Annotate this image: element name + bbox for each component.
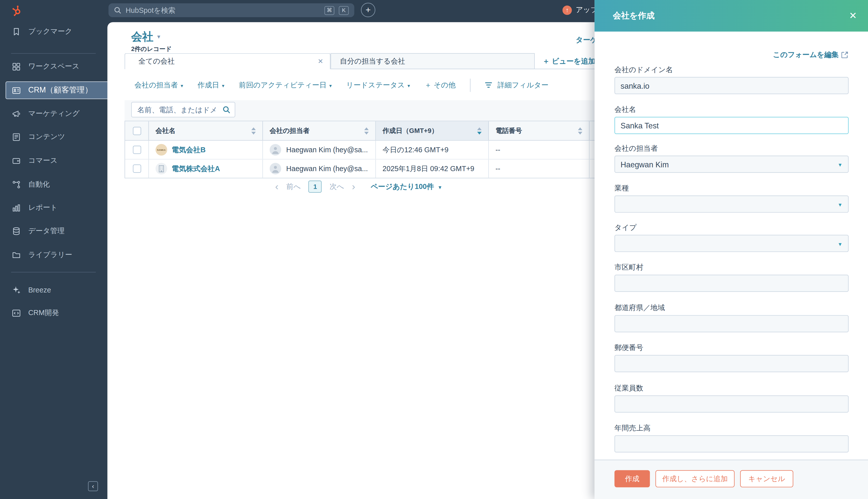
field-company-domain: 会社のドメイン名 bbox=[615, 66, 849, 94]
row-checkbox[interactable] bbox=[133, 146, 141, 154]
shortcut-cmd-badge: ⌘ bbox=[324, 6, 335, 15]
sidebar-item-content[interactable]: コンテンツ bbox=[5, 129, 102, 145]
sidebar-item-commerce[interactable]: コマース bbox=[5, 152, 102, 169]
edit-form-link[interactable]: このフォームを編集 bbox=[773, 50, 848, 60]
chevron-down-icon: ▾ bbox=[329, 83, 332, 89]
filter-divider bbox=[470, 78, 470, 92]
next-page-button[interactable]: 次へ bbox=[330, 182, 344, 192]
annual-revenue-input[interactable] bbox=[615, 435, 849, 452]
select-all-checkbox[interactable] bbox=[133, 126, 141, 135]
prev-page-button[interactable]: 前へ bbox=[286, 182, 301, 192]
page-title[interactable]: 会社 bbox=[131, 29, 153, 45]
table-search-input[interactable] bbox=[136, 105, 219, 114]
next-page-chevron[interactable]: › bbox=[352, 182, 355, 192]
filter-last-activity[interactable]: 前回のアクティビティー日▾ bbox=[239, 81, 332, 90]
sidebar-item-automation[interactable]: 自動化 bbox=[5, 176, 102, 193]
filter-company-owner[interactable]: 会社の担当者▾ bbox=[135, 81, 183, 90]
sidebar-item-label: コンテンツ bbox=[28, 132, 65, 142]
chevron-down-icon: ▾ bbox=[181, 83, 183, 89]
company-owner-select[interactable]: Haegwan Kim▼ bbox=[615, 156, 849, 173]
sidebar-item-bookmarks[interactable]: ブックマーク bbox=[5, 23, 102, 40]
sidebar-item-label: ワークスペース bbox=[28, 62, 79, 72]
company-name-input[interactable] bbox=[615, 117, 849, 134]
tab-my-companies[interactable]: 自分の担当する会社 bbox=[331, 53, 535, 69]
sidebar-item-label: 自動化 bbox=[28, 179, 50, 190]
global-search-input[interactable]: HubSpotを検索 ⌘ K bbox=[109, 3, 355, 17]
sidebar-item-library[interactable]: ライブラリー bbox=[5, 246, 102, 263]
megaphone-icon bbox=[12, 109, 21, 118]
column-header-created[interactable]: 作成日（GMT+9） bbox=[376, 121, 489, 140]
sidebar-item-data-management[interactable]: データ管理 bbox=[5, 223, 102, 239]
company-name-link[interactable]: 電気株式会社A bbox=[172, 163, 220, 174]
create-new-button[interactable]: + bbox=[361, 3, 375, 17]
hubspot-logo-icon[interactable] bbox=[11, 4, 23, 16]
select-all-cell bbox=[125, 121, 149, 140]
global-search-placeholder: HubSpotを検索 bbox=[126, 5, 320, 15]
bookmark-icon bbox=[12, 27, 21, 36]
city-input[interactable] bbox=[615, 275, 849, 292]
table-search-box[interactable] bbox=[131, 102, 235, 118]
field-label: 従業員数 bbox=[615, 385, 849, 392]
advanced-filters-button[interactable]: 詳細フィルター bbox=[485, 81, 548, 90]
sidebar-divider bbox=[11, 53, 96, 54]
employees-input[interactable] bbox=[615, 395, 849, 413]
filter-more[interactable]: ＋ その他 bbox=[424, 81, 456, 90]
phone-cell: -- bbox=[489, 141, 590, 159]
table-row[interactable]: 電気株式会社A Haegwan Kim (hey@sa... 2025年1月8日… bbox=[125, 160, 625, 178]
sidebar-item-crm-dev[interactable]: CRM開発 bbox=[5, 305, 102, 321]
create-and-add-button[interactable]: 作成し、さらに追加 bbox=[656, 470, 735, 487]
industry-select[interactable]: ▼ bbox=[615, 195, 849, 212]
create-button[interactable]: 作成 bbox=[615, 470, 650, 487]
table-row[interactable]: SANKA 電気会社B Haegwan Kim (hey@sa... 今日の12… bbox=[125, 141, 625, 160]
company-name-link[interactable]: 電気会社B bbox=[172, 145, 206, 155]
sidebar-item-crm[interactable]: CRM（顧客管理） bbox=[5, 82, 113, 99]
column-header-name[interactable]: 会社名 bbox=[149, 121, 263, 140]
sidebar-collapse-button[interactable]: ‹ bbox=[88, 481, 98, 491]
sidebar-item-label: Breeze bbox=[28, 285, 51, 294]
type-select[interactable]: ▼ bbox=[615, 235, 849, 252]
hubspot-app: HubSpotを検索 ⌘ K + ↑ アップ ブックマーク ワークスペース bbox=[0, 0, 868, 499]
per-page-select[interactable]: ページあたり100件 ▾ bbox=[371, 182, 441, 192]
field-label: 市区町村 bbox=[615, 264, 849, 271]
prev-page-chevron[interactable]: ‹ bbox=[275, 182, 278, 192]
field-industry: 業種 ▼ bbox=[615, 184, 849, 212]
page-title-caret-icon[interactable]: ▾ bbox=[157, 33, 160, 40]
sidebar-item-marketing[interactable]: マーケティング bbox=[5, 105, 102, 122]
filter-create-date[interactable]: 作成日▾ bbox=[198, 81, 224, 90]
sidebar-item-label: マーケティング bbox=[28, 109, 79, 119]
sidebar-item-reports[interactable]: レポート bbox=[5, 199, 102, 216]
sidebar-item-label: レポート bbox=[28, 203, 58, 213]
tab-close-icon[interactable]: ✕ bbox=[318, 58, 323, 65]
column-header-owner[interactable]: 会社の担当者 bbox=[263, 121, 376, 140]
field-label: 業種 bbox=[615, 184, 849, 192]
panel-header: 会社を作成 ✕ bbox=[595, 0, 868, 32]
field-annual-revenue: 年間売上高 bbox=[615, 424, 849, 452]
code-icon bbox=[12, 308, 21, 318]
row-checkbox[interactable] bbox=[133, 165, 141, 173]
bar-chart-icon bbox=[12, 203, 21, 212]
cancel-button[interactable]: キャンセル bbox=[740, 470, 793, 487]
current-page-number[interactable]: 1 bbox=[308, 181, 322, 193]
folder-icon bbox=[12, 250, 21, 259]
company-avatar-building bbox=[156, 163, 167, 174]
upgrade-button[interactable]: ↑ アップ bbox=[562, 5, 595, 15]
column-header-phone[interactable]: 電話番号 bbox=[489, 121, 590, 140]
close-icon[interactable]: ✕ bbox=[849, 10, 857, 22]
field-label: 会社の担当者 bbox=[615, 145, 849, 152]
owner-name: Haegwan Kim (hey@sa... bbox=[286, 146, 368, 154]
field-type: タイプ ▼ bbox=[615, 223, 849, 252]
postal-code-input[interactable] bbox=[615, 355, 849, 372]
workspace-grid-icon bbox=[12, 62, 21, 71]
sort-icons bbox=[251, 127, 256, 134]
panel-footer: 作成 作成し、さらに追加 キャンセル bbox=[595, 460, 868, 499]
sidebar-item-breeze[interactable]: Breeze bbox=[5, 281, 102, 298]
state-region-input[interactable] bbox=[615, 315, 849, 332]
company-domain-input[interactable] bbox=[615, 77, 849, 94]
workflow-icon bbox=[12, 180, 21, 189]
sidebar-item-workspace[interactable]: ワークスペース bbox=[5, 58, 102, 75]
filter-lead-status[interactable]: リードステータス▾ bbox=[346, 81, 410, 90]
chevron-down-icon: ▾ bbox=[222, 83, 224, 89]
pagination: ‹ 前へ 1 次へ › ページあたり100件 ▾ bbox=[108, 181, 609, 193]
created-date-cell: 2025年1月8日 09:42 GMT+9 bbox=[376, 160, 489, 178]
tab-all-companies[interactable]: 全ての会社 ✕ bbox=[125, 53, 331, 69]
